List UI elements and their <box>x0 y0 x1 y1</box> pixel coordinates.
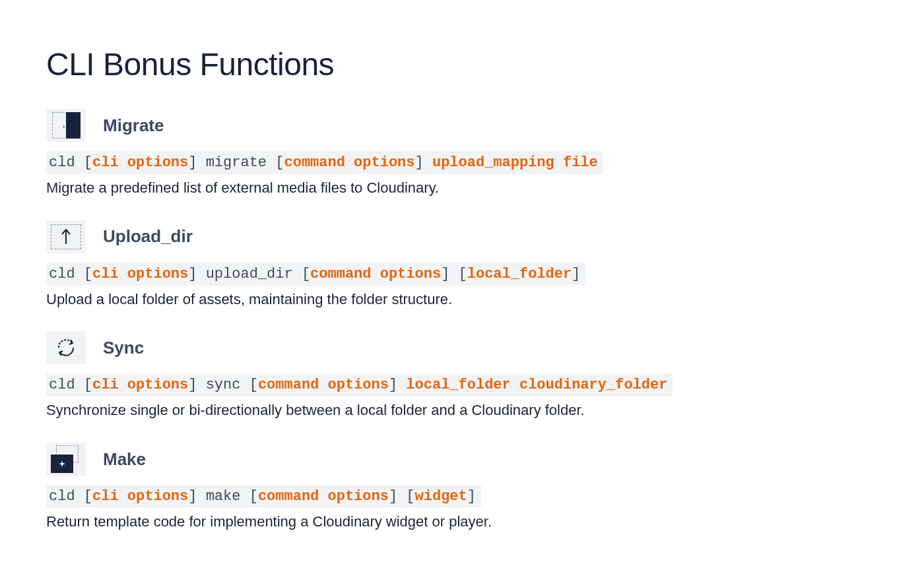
function-description: Upload a local folder of assets, maintai… <box>46 290 878 309</box>
sync-icon <box>46 331 86 364</box>
command-syntax: cld [cli options] migrate [command optio… <box>46 151 603 174</box>
upload-icon <box>46 220 86 253</box>
migrate-icon: › <box>46 109 86 142</box>
function-header: Upload_dir <box>46 220 878 253</box>
function-make: + Make cld [cli options] make [command o… <box>46 443 878 532</box>
function-header: › Migrate <box>46 109 878 142</box>
function-title: Sync <box>103 338 144 358</box>
function-upload-dir: Upload_dir cld [cli options] upload_dir … <box>46 220 878 309</box>
function-title: Make <box>103 449 146 470</box>
make-icon: + <box>46 443 86 476</box>
function-title: Migrate <box>103 115 164 136</box>
command-syntax: cld [cli options] make [command options]… <box>46 485 481 508</box>
function-description: Return template code for implementing a … <box>46 512 878 532</box>
page-title: CLI Bonus Functions <box>46 46 878 82</box>
command-syntax: cld [cli options] upload_dir [command op… <box>46 263 585 286</box>
command-syntax: cld [cli options] sync [command options]… <box>46 373 673 396</box>
function-title: Upload_dir <box>103 226 193 247</box>
function-header: Sync <box>46 331 878 364</box>
function-description: Migrate a predefined list of external me… <box>46 178 878 198</box>
function-header: + Make <box>46 443 878 476</box>
function-sync: Sync cld [cli options] sync [command opt… <box>46 331 878 420</box>
function-description: Synchronize single or bi-directionally b… <box>46 400 878 420</box>
function-migrate: › Migrate cld [cli options] migrate [com… <box>46 109 878 198</box>
